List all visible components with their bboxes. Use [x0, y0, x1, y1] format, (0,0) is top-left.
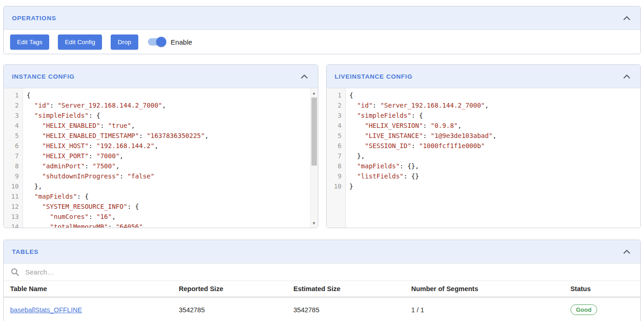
chevron-up-icon[interactable]	[621, 14, 632, 22]
column-header-status[interactable]: Status	[564, 281, 640, 297]
line-number: 5	[4, 131, 23, 141]
code-line[interactable]: 8 "mapFields": {},	[327, 161, 641, 171]
column-header-estimated-size[interactable]: Estimated Size	[287, 281, 405, 297]
liveinstance-config-editor[interactable]: 1{2 "id": "Server_192.168.144.2_7000",3 …	[327, 88, 641, 228]
vertical-scrollbar[interactable]: ▲ ▼	[310, 88, 318, 228]
config-row: INSTANCE CONFIG 1{2 "id": "Server_192.16…	[3, 64, 641, 228]
code-line[interactable]: 10}	[327, 181, 641, 191]
instance-config-editor[interactable]: 1{2 "id": "Server_192.168.144.2_7000",3 …	[4, 88, 318, 228]
code-line[interactable]: 2 "id": "Server_192.168.144.2_7000",	[4, 100, 318, 110]
operations-panel-header[interactable]: OPERATIONS	[4, 6, 640, 30]
liveinstance-config-title: LIVEINSTANCE CONFIG	[335, 73, 412, 80]
line-text: "SYSTEM_RESOURCE_INFO": {	[23, 201, 139, 212]
enable-toggle[interactable]	[147, 36, 166, 47]
column-header-number-of-segments[interactable]: Number of Segments	[405, 281, 564, 297]
edit-config-button[interactable]: Edit Config	[58, 34, 102, 50]
chevron-up-icon[interactable]	[621, 248, 632, 256]
line-number: 1	[4, 90, 23, 100]
code-line[interactable]: 3 "simpleFields": {	[4, 110, 318, 120]
line-number: 2	[327, 100, 346, 110]
table-row: baseballStats_OFFLINE354278535427851 / 1…	[4, 297, 640, 321]
table-search-row	[4, 264, 640, 281]
line-text: "listFields": {}	[346, 171, 419, 181]
enable-toggle-label: Enable	[171, 38, 192, 46]
line-text: "simpleFields": {	[23, 110, 100, 120]
chevron-up-icon[interactable]	[299, 73, 310, 80]
line-number: 14	[4, 222, 23, 228]
drop-button[interactable]: Drop	[111, 34, 138, 50]
code-line[interactable]: 5 "LIVE_INSTANCE": "1@9e3de103abad",	[327, 131, 641, 141]
line-text: }	[346, 181, 353, 191]
toggle-thumb	[156, 37, 166, 47]
code-line[interactable]: 9 "listFields": {}	[327, 171, 641, 181]
line-number: 10	[4, 181, 23, 191]
code-line[interactable]: 7 "HELIX_PORT": "7000",	[4, 151, 318, 161]
segments-cell: 1 / 1	[405, 297, 564, 321]
line-number: 7	[327, 151, 346, 161]
line-number: 13	[4, 212, 23, 222]
tables-table: Table Name Reported Size Estimated Size …	[4, 281, 640, 321]
scroll-down-arrow-icon[interactable]: ▼	[311, 219, 318, 227]
line-text: "id": "Server_192.168.144.2_7000",	[23, 100, 166, 110]
code-line[interactable]: 10 },	[4, 181, 318, 191]
code-content[interactable]: 1{2 "id": "Server_192.168.144.2_7000",3 …	[327, 88, 641, 191]
line-number: 8	[327, 161, 346, 171]
operations-panel: OPERATIONS Edit Tags Edit Config Drop En…	[3, 6, 641, 54]
liveinstance-config-header[interactable]: LIVEINSTANCE CONFIG	[327, 65, 641, 88]
code-line[interactable]: 14 "totalMemoryMB": "64056",	[4, 222, 318, 228]
line-text: "SESSION_ID": "1000fcf1f1e000b"	[346, 141, 485, 151]
line-text: "id": "Server_192.168.144.2_7000",	[346, 100, 489, 110]
line-number: 4	[327, 120, 346, 131]
line-number: 2	[4, 100, 23, 110]
column-header-table-name[interactable]: Table Name	[4, 281, 172, 297]
search-input[interactable]	[24, 268, 633, 276]
instance-config-header[interactable]: INSTANCE CONFIG	[4, 65, 318, 88]
line-number: 7	[4, 151, 23, 161]
line-number: 10	[327, 181, 346, 191]
line-text: "simpleFields": {	[346, 110, 423, 120]
code-line[interactable]: 6 "SESSION_ID": "1000fcf1f1e000b"	[327, 141, 641, 151]
code-line[interactable]: 2 "id": "Server_192.168.144.2_7000",	[327, 100, 641, 110]
chevron-up-icon[interactable]	[621, 73, 632, 80]
line-number: 4	[4, 120, 23, 131]
line-number: 6	[327, 141, 346, 151]
column-header-reported-size[interactable]: Reported Size	[172, 281, 287, 297]
line-text: "totalMemoryMB": "64056",	[23, 222, 147, 228]
tables-panel-header[interactable]: TABLES	[4, 240, 640, 264]
line-number: 1	[327, 90, 346, 100]
instance-config-title: INSTANCE CONFIG	[12, 73, 74, 80]
scroll-up-arrow-icon[interactable]: ▲	[311, 89, 318, 97]
code-line[interactable]: 8 "adminPort": "7500",	[4, 161, 318, 171]
line-number: 3	[327, 110, 346, 120]
code-line[interactable]: 11 "mapFields": {	[4, 191, 318, 201]
line-text: "HELIX_VERSION": "0.9.8",	[346, 120, 462, 131]
code-line[interactable]: 7 },	[327, 151, 641, 161]
line-number: 8	[4, 161, 23, 171]
line-number: 11	[4, 191, 23, 201]
line-number: 6	[4, 141, 23, 151]
code-line[interactable]: 1{	[327, 90, 641, 100]
code-line[interactable]: 12 "SYSTEM_RESOURCE_INFO": {	[4, 201, 318, 212]
code-line[interactable]: 4 "HELIX_ENABLED": "true",	[4, 120, 318, 131]
line-text: "HELIX_PORT": "7000",	[23, 151, 124, 161]
line-text: "numCores": "16",	[23, 212, 116, 222]
table-name-link[interactable]: baseballStats_OFFLINE	[10, 306, 82, 314]
scrollbar-thumb[interactable]	[311, 97, 317, 166]
liveinstance-config-panel: LIVEINSTANCE CONFIG 1{2 "id": "Server_19…	[326, 64, 641, 228]
line-text: "adminPort": "7500",	[23, 161, 119, 171]
code-line[interactable]: 5 "HELIX_ENABLED_TIMESTAMP": "1637836350…	[4, 131, 318, 141]
edit-tags-button[interactable]: Edit Tags	[10, 34, 49, 50]
code-line[interactable]: 4 "HELIX_VERSION": "0.9.8",	[327, 120, 641, 131]
line-number: 3	[4, 110, 23, 120]
code-line[interactable]: 13 "numCores": "16",	[4, 212, 318, 222]
code-line[interactable]: 6 "HELIX_HOST": "192.168.144.2",	[4, 141, 318, 151]
table-header-row: Table Name Reported Size Estimated Size …	[4, 281, 640, 297]
code-line[interactable]: 1{	[4, 90, 318, 100]
line-text: "LIVE_INSTANCE": "1@9e3de103abad",	[346, 131, 497, 141]
page: OPERATIONS Edit Tags Edit Config Drop En…	[0, 0, 644, 321]
code-line[interactable]: 9 "shutdownInProgress": "false"	[4, 171, 318, 181]
status-badge: Good	[571, 304, 597, 315]
code-content[interactable]: 1{2 "id": "Server_192.168.144.2_7000",3 …	[4, 88, 318, 228]
code-line[interactable]: 3 "simpleFields": {	[327, 110, 641, 120]
line-text: {	[346, 90, 353, 100]
